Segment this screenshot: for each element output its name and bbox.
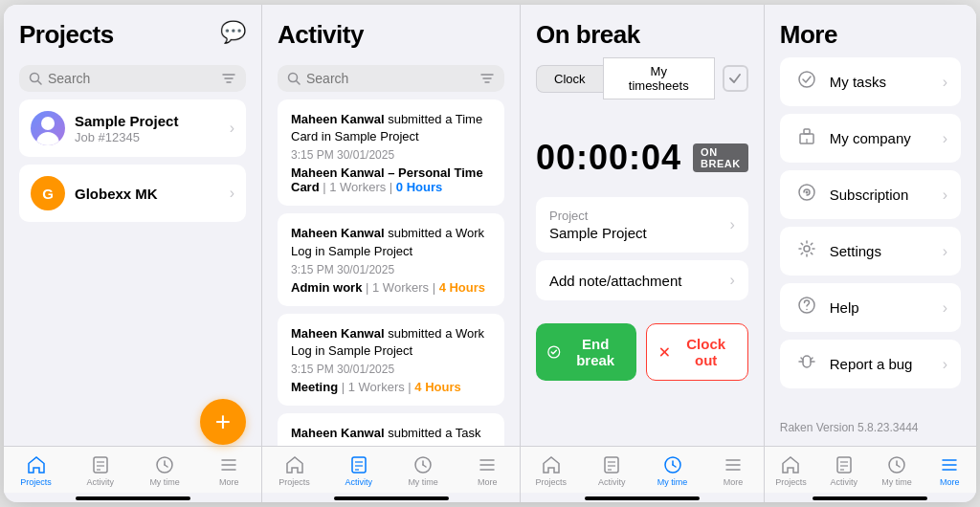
add-project-fab[interactable]: + bbox=[200, 399, 246, 445]
svg-line-16 bbox=[297, 81, 301, 85]
more-icon bbox=[218, 454, 239, 475]
svg-line-39 bbox=[673, 465, 676, 467]
activity-actor-3: Maheen Kanwal bbox=[291, 326, 385, 341]
checkmark-icon bbox=[728, 72, 742, 85]
more-list: My tasks › My company › bbox=[765, 57, 976, 413]
timer-display: 00:00:04 ON BREAK bbox=[536, 138, 748, 178]
more-nav-activity[interactable]: Activity bbox=[817, 452, 870, 489]
activity-tag-3: Meeting | 1 Workers | 4 Hours bbox=[291, 380, 491, 394]
clock-icon-2 bbox=[412, 454, 434, 475]
nav-projects-label: Projects bbox=[20, 477, 52, 487]
activity-item-2: Maheen Kanwal submitted a Work Log in Sa… bbox=[278, 213, 504, 305]
mytime-nav-projects[interactable]: Projects bbox=[521, 452, 581, 489]
activity-nav-projects-label: Projects bbox=[278, 477, 310, 487]
nav-activity[interactable]: Activity bbox=[68, 452, 132, 489]
search-icon bbox=[29, 72, 42, 85]
svg-rect-33 bbox=[605, 457, 618, 473]
home-indicator-3 bbox=[585, 496, 700, 500]
project-item-sample[interactable]: Sample Project Job #12345 › bbox=[19, 99, 246, 157]
clock-icon bbox=[154, 454, 175, 475]
clock-out-button[interactable]: Clock out bbox=[646, 323, 748, 381]
activity-nav-activity[interactable]: Activity bbox=[326, 452, 390, 489]
nav-projects[interactable]: Projects bbox=[4, 452, 68, 489]
activity-nav-mytime[interactable]: My time bbox=[391, 452, 456, 489]
more-header: More bbox=[765, 5, 976, 57]
home-icon-3 bbox=[541, 454, 562, 475]
tab-clock[interactable]: Clock bbox=[536, 65, 603, 93]
activity-nav-more[interactable]: More bbox=[456, 452, 520, 489]
activity-search-icon bbox=[287, 72, 301, 85]
activity-filter-icon[interactable] bbox=[479, 72, 495, 85]
checkmark-button[interactable] bbox=[723, 65, 748, 92]
on-break-badge: ON BREAK bbox=[693, 143, 748, 172]
project-chevron-icon: › bbox=[729, 216, 734, 233]
mytime-nav-projects-label: Projects bbox=[535, 477, 567, 487]
end-break-label: End break bbox=[567, 336, 625, 368]
end-break-icon bbox=[547, 344, 561, 360]
activity-search-input[interactable] bbox=[306, 71, 474, 86]
svg-point-48 bbox=[805, 191, 808, 194]
mytime-nav-mytime-label: My time bbox=[657, 477, 688, 487]
activity-nav-activity-label: Activity bbox=[345, 477, 373, 487]
projects-search-input[interactable] bbox=[48, 71, 215, 86]
project-item-title: Sample Project bbox=[75, 113, 220, 129]
more-item-settings[interactable]: Settings › bbox=[780, 227, 961, 276]
more-icon-2 bbox=[477, 454, 498, 475]
nav-activity-label: Activity bbox=[87, 477, 115, 487]
activity-workers-2: | 1 Workers | bbox=[366, 280, 439, 295]
activity-icon-3 bbox=[601, 454, 622, 475]
subscription-chevron-icon: › bbox=[943, 187, 947, 204]
project-row[interactable]: Project Sample Project › bbox=[536, 197, 748, 253]
nav-more[interactable]: More bbox=[197, 452, 261, 489]
company-chevron-icon: › bbox=[943, 130, 947, 147]
more-nav-more[interactable]: More bbox=[924, 452, 976, 489]
more-nav-mytime[interactable]: My time bbox=[870, 452, 923, 489]
activity-icon-2 bbox=[348, 454, 369, 475]
project-item-globexx[interactable]: G Globexx MK › bbox=[19, 165, 246, 222]
end-break-button[interactable]: End break bbox=[536, 323, 636, 381]
more-item-tasks[interactable]: My tasks › bbox=[780, 57, 961, 106]
activity-list: Maheen Kanwal submitted a Time Card in S… bbox=[262, 99, 520, 446]
project-item-text: Sample Project Job #12345 bbox=[75, 113, 220, 144]
activity-main-2: Maheen Kanwal submitted a Work Log in Sa… bbox=[291, 225, 491, 259]
activity-ts-1: 3:15 PM 30/01/2025 bbox=[291, 148, 491, 162]
filter-icon[interactable] bbox=[221, 72, 236, 85]
svg-point-51 bbox=[806, 309, 808, 311]
activity-tag-label-2: Admin work bbox=[291, 280, 362, 295]
mytime-nav-mytime[interactable]: My time bbox=[642, 452, 702, 489]
more-item-help[interactable]: Help › bbox=[780, 283, 961, 332]
tab-my-timesheets[interactable]: My timesheets bbox=[603, 57, 715, 99]
svg-rect-56 bbox=[837, 457, 851, 473]
activity-tag-1: Maheen Kanwal – Personal Time Card | 1 W… bbox=[291, 165, 491, 194]
clock-icon-4 bbox=[886, 454, 907, 475]
mytime-nav-more[interactable]: More bbox=[702, 452, 763, 489]
more-nav-projects[interactable]: Projects bbox=[765, 452, 817, 489]
activity-nav-more-label: More bbox=[478, 477, 498, 487]
svg-point-43 bbox=[799, 72, 814, 87]
home-icon-2 bbox=[284, 454, 305, 475]
chevron-right-icon: › bbox=[230, 120, 234, 137]
project-row-text: Project Sample Project bbox=[549, 209, 647, 241]
more-item-bug[interactable]: Report a bug › bbox=[780, 340, 961, 388]
activity-actor-2: Maheen Kanwal bbox=[291, 226, 385, 240]
activity-workers-1: | 1 Workers | bbox=[323, 180, 396, 194]
activity-main-3: Maheen Kanwal submitted a Work Log in Sa… bbox=[291, 325, 491, 360]
more-item-help-label: Help bbox=[830, 299, 933, 316]
activity-search-bar[interactable] bbox=[278, 65, 504, 92]
more-item-company[interactable]: My company › bbox=[780, 114, 961, 163]
project-value: Sample Project bbox=[549, 225, 647, 241]
activity-nav-projects[interactable]: Projects bbox=[262, 452, 326, 489]
more-item-subscription[interactable]: Subscription › bbox=[780, 170, 961, 219]
svg-line-11 bbox=[165, 465, 167, 467]
note-row[interactable]: Add note/attachment › bbox=[536, 260, 748, 300]
more-icon-3 bbox=[723, 454, 744, 475]
svg-rect-20 bbox=[352, 457, 366, 473]
clock-icon-3 bbox=[662, 454, 683, 475]
more-item-bug-label: Report a bug bbox=[830, 356, 933, 372]
mytime-nav-activity[interactable]: Activity bbox=[581, 452, 641, 489]
nav-mytime[interactable]: My time bbox=[133, 452, 197, 489]
chat-bubble-icon[interactable]: 💬 bbox=[220, 20, 246, 45]
projects-search-bar[interactable] bbox=[19, 65, 246, 92]
projects-list: Sample Project Job #12345 › G Globexx MK… bbox=[4, 99, 261, 446]
project-item-subtitle: Job #12345 bbox=[75, 130, 220, 144]
